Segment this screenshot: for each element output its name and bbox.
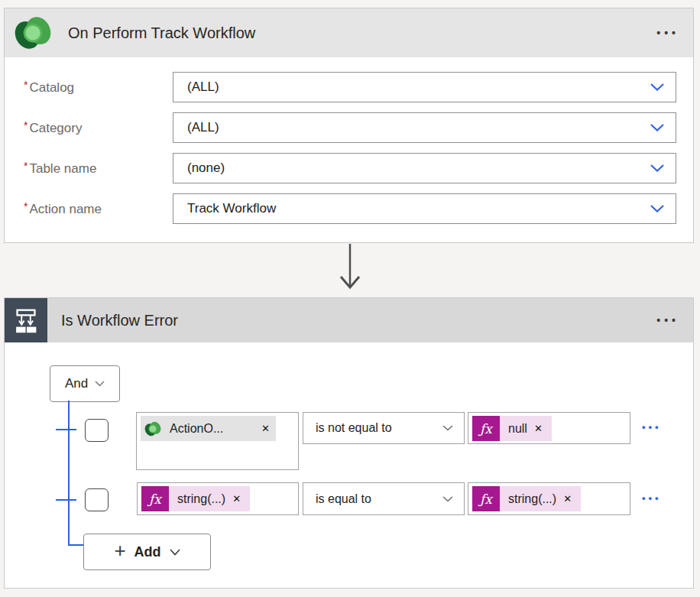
dataverse-icon <box>144 420 162 438</box>
required-asterisk: * <box>24 119 28 131</box>
trigger-title: On Perform Track Workflow <box>68 24 255 42</box>
chevron-down-icon <box>95 381 105 387</box>
field-row-action-name: *Action name Track Workflow <box>24 193 676 224</box>
row-1-more-button[interactable]: ••• <box>642 422 662 432</box>
trigger-card: On Perform Track Workflow ••• *Catalog (… <box>4 8 694 243</box>
add-condition-button[interactable]: + Add <box>83 534 211 570</box>
row-1-right-operand-field[interactable]: ƒx null ✕ <box>468 412 630 444</box>
remove-token-icon[interactable]: ✕ <box>261 423 270 433</box>
fx-icon: ƒx <box>141 486 169 511</box>
action-name-select[interactable]: Track Workflow <box>173 193 676 224</box>
fx-icon: ƒx <box>472 416 500 441</box>
condition-body: And ActionO... ✕ <box>5 342 693 588</box>
required-asterisk: * <box>24 160 28 172</box>
remove-token-icon[interactable]: ✕ <box>232 494 241 504</box>
operator-value: is not equal to <box>316 421 392 435</box>
fx-icon: ƒx <box>472 486 500 511</box>
row-1-left-operand-field[interactable]: ActionO... ✕ <box>136 412 299 470</box>
catalog-select[interactable]: (ALL) <box>173 72 676 102</box>
action-name-select-value: Track Workflow <box>187 201 276 216</box>
tree-line-elbow <box>68 544 85 546</box>
field-row-category: *Category (ALL) <box>24 112 676 143</box>
chevron-down-icon <box>442 496 453 502</box>
add-button-label: Add <box>134 544 161 560</box>
trigger-more-button[interactable]: ••• <box>656 28 679 38</box>
catalog-select-value: (ALL) <box>187 79 219 95</box>
field-label: *Table name <box>24 160 173 177</box>
token-label: ActionO... <box>170 422 254 436</box>
remove-token-icon[interactable]: ✕ <box>563 494 572 504</box>
field-row-table-name: *Table name (none) <box>24 153 676 183</box>
token-label: string(...) <box>508 492 556 506</box>
condition-card-header[interactable]: Is Workflow Error ••• <box>5 298 693 342</box>
chevron-down-icon <box>650 205 664 213</box>
tree-line-stub <box>56 429 76 430</box>
expression-token[interactable]: ƒx string(...) ✕ <box>472 486 581 511</box>
row-2-left-operand-field[interactable]: ƒx string(...) ✕ <box>137 482 299 515</box>
field-label: *Catalog <box>24 79 173 96</box>
plus-icon: + <box>114 539 125 563</box>
group-operator-value: And <box>65 376 88 391</box>
field-row-catalog: *Catalog (ALL) <box>24 72 676 102</box>
condition-icon <box>5 298 47 342</box>
operator-value: is equal to <box>316 492 371 506</box>
tree-line-trunk <box>68 401 70 546</box>
condition-more-button[interactable]: ••• <box>656 315 679 326</box>
connector-arrow-icon <box>339 244 361 291</box>
field-label: *Action name <box>24 200 173 217</box>
trigger-card-header[interactable]: On Perform Track Workflow ••• <box>5 8 693 57</box>
row-2-operator-dropdown[interactable]: is equal to <box>303 482 465 515</box>
row-2-right-operand-field[interactable]: ƒx string(...) ✕ <box>468 482 630 515</box>
chevron-down-icon <box>650 164 664 172</box>
row-2-checkbox[interactable] <box>85 488 109 511</box>
flow-canvas: On Perform Track Workflow ••• *Catalog (… <box>0 0 700 597</box>
condition-card: Is Workflow Error ••• And <box>4 297 694 589</box>
tree-line-stub <box>56 499 76 501</box>
expression-token[interactable]: ƒx null ✕ <box>472 416 552 441</box>
table-name-select[interactable]: (none) <box>173 153 676 183</box>
chevron-down-icon <box>442 425 453 431</box>
condition-title: Is Workflow Error <box>61 312 178 329</box>
chevron-down-icon <box>650 83 664 91</box>
dataverse-icon <box>11 12 54 54</box>
row-1-operator-dropdown[interactable]: is not equal to <box>303 412 465 444</box>
required-asterisk: * <box>24 79 28 91</box>
remove-token-icon[interactable]: ✕ <box>534 423 543 433</box>
group-operator-dropdown[interactable]: And <box>50 365 120 402</box>
field-label: *Category <box>24 119 173 136</box>
row-2-more-button[interactable]: ••• <box>642 493 662 503</box>
category-select[interactable]: (ALL) <box>173 112 676 143</box>
row-1-checkbox[interactable] <box>85 419 109 442</box>
token-label: string(...) <box>177 492 225 506</box>
category-select-value: (ALL) <box>187 120 219 135</box>
expression-token[interactable]: ƒx string(...) ✕ <box>141 486 250 511</box>
token-label: null <box>508 422 527 436</box>
trigger-form: *Catalog (ALL) *Category (ALL) *Table na… <box>5 57 693 224</box>
table-name-select-value: (none) <box>187 161 225 176</box>
chevron-down-icon <box>650 124 664 131</box>
required-asterisk: * <box>24 200 28 213</box>
dynamic-content-token[interactable]: ActionO... ✕ <box>141 416 276 441</box>
chevron-down-icon <box>170 549 180 556</box>
